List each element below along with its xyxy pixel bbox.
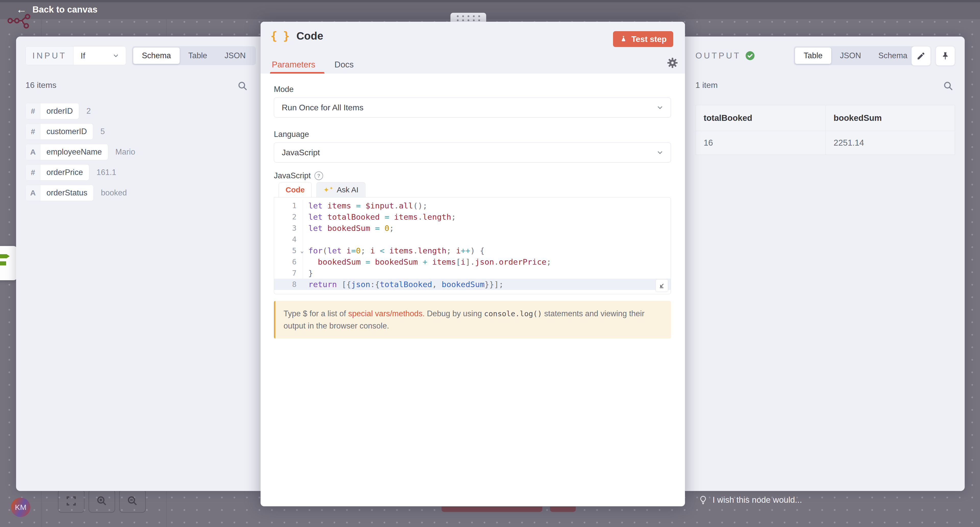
input-view-tab-json[interactable]: JSON [216, 48, 255, 64]
line-number: 1 [274, 200, 303, 211]
language-select[interactable]: JavaScript [274, 142, 671, 163]
field-value: 5 [100, 127, 105, 136]
help-icon[interactable]: ? [314, 171, 323, 180]
code-line-3[interactable]: 3let bookedSum = 0; [274, 222, 671, 234]
zoom-in-button[interactable] [89, 489, 115, 513]
schema-field-employeeName[interactable]: AemployeeNameMario [25, 144, 135, 160]
output-column-bookedSum: bookedSum [826, 105, 955, 131]
node-modal-header: { } Code Test step Parameters Docs [261, 22, 685, 73]
back-to-canvas-label: Back to canvas [32, 4, 97, 14]
schema-field-pill[interactable]: AemployeeName [25, 144, 108, 160]
test-step-button[interactable]: Test step [613, 31, 673, 47]
input-search-button[interactable] [237, 80, 248, 92]
input-source-value: If [81, 51, 85, 61]
output-cell: 16 [696, 131, 826, 155]
user-avatar[interactable]: KM [11, 498, 30, 517]
edit-output-button[interactable] [912, 46, 931, 65]
code-node-icon: { } [270, 29, 289, 42]
zoom-to-fit-icon [65, 495, 77, 507]
node-feedback-label: I wish this node would... [713, 495, 802, 505]
code-text: let bookedSum = 0; [303, 224, 394, 233]
editor-label-row: JavaScript ? [274, 171, 323, 180]
input-source-select[interactable]: If [73, 46, 126, 65]
zoom-to-fit-button[interactable] [58, 489, 84, 513]
field-type-icon: A [26, 144, 40, 160]
inline-code: console.log() [484, 309, 542, 318]
input-panel: INPUT If SchemaTableJSON 16 items #order… [16, 37, 261, 491]
node-feedback-link[interactable]: I wish this node would... [698, 495, 802, 505]
field-name: employeeName [40, 144, 108, 160]
code-line-7[interactable]: 7} [274, 267, 671, 279]
back-to-canvas-button[interactable]: ← Back to canvas [16, 4, 97, 15]
schema-field-customerID[interactable]: #customerID5 [25, 123, 135, 140]
line-number: 4 [274, 234, 303, 245]
schema-field-orderPrice[interactable]: #orderPrice161.1 [25, 164, 135, 180]
tab-parameters[interactable]: Parameters [272, 60, 315, 69]
code-text: return [{json:{totalBooked, bookedSum}}]… [303, 280, 504, 289]
zoom-in-icon [96, 495, 108, 507]
flask-icon [620, 35, 627, 43]
schema-field-pill[interactable]: AorderStatus [25, 185, 94, 201]
mode-select[interactable]: Run Once for All Items [274, 97, 671, 118]
output-view-tab-schema[interactable]: Schema [870, 48, 916, 64]
dimmed-test-workflow-button [442, 506, 542, 512]
schema-field-orderStatus[interactable]: AorderStatusbooked [25, 185, 135, 201]
language-value: JavaScript [282, 148, 320, 157]
pin-output-button[interactable] [935, 46, 955, 65]
language-label: Language [274, 130, 309, 139]
output-panel-title-row: OUTPUT [695, 46, 755, 65]
input-source-control: INPUT If [25, 46, 126, 65]
zoom-out-icon [127, 495, 138, 507]
search-icon [237, 80, 248, 91]
code-editor[interactable]: 1let items = $input.all();2let totalBook… [274, 197, 671, 294]
node-settings-button[interactable] [667, 57, 678, 70]
n8n-logo-icon [7, 13, 33, 29]
drag-dots-icon [457, 15, 480, 21]
mode-value: Run Once for All Items [282, 103, 363, 112]
output-search-button[interactable] [943, 80, 953, 92]
line-number: 5⌄ [274, 245, 303, 256]
code-line-8[interactable]: 8return [{json:{totalBooked, bookedSum}}… [274, 279, 671, 290]
sparkles-icon: ✦✦ [323, 185, 333, 194]
schema-field-orderID[interactable]: #orderID2 [25, 103, 135, 119]
code-text: } [303, 268, 313, 278]
output-table-row[interactable]: 162251.14 [696, 131, 955, 155]
window-top-strip [0, 0, 980, 2]
output-view-tab-table[interactable]: Table [795, 48, 831, 64]
special-vars-link[interactable]: special vars/methods. [348, 309, 425, 318]
back-arrow-icon: ← [16, 4, 27, 15]
field-name: orderStatus [40, 185, 94, 201]
code-line-4[interactable]: 4 [274, 234, 671, 245]
code-text: for(let i=0; i < items.length; i++) { [303, 246, 485, 255]
output-view-tab-json[interactable]: JSON [831, 48, 870, 64]
editor-tab-code[interactable]: Code [279, 182, 312, 197]
output-panel: OUTPUT TableJSONSchema 1 item totalBooke… [685, 37, 965, 491]
node-title-row: { } Code [270, 29, 323, 42]
editor-expand-button[interactable] [655, 279, 668, 292]
input-view-tab-schema[interactable]: Schema [133, 48, 180, 64]
test-step-label: Test step [632, 35, 667, 44]
code-line-6[interactable]: 6 bookedSum = bookedSum + items[i].json.… [274, 256, 671, 267]
if-node-card[interactable] [0, 246, 18, 280]
editor-label: JavaScript [274, 171, 311, 180]
code-line-1[interactable]: 1let items = $input.all(); [274, 200, 671, 211]
schema-field-pill[interactable]: #customerID [25, 123, 93, 140]
editor-tab-ask-ai[interactable]: ✦✦ Ask AI [317, 182, 366, 197]
tab-docs[interactable]: Docs [334, 60, 354, 69]
field-value: 161.1 [97, 168, 116, 177]
field-type-icon: # [26, 164, 40, 180]
output-table: totalBookedbookedSum162251.14 [696, 105, 955, 155]
code-line-2[interactable]: 2let totalBooked = items.length; [274, 211, 671, 222]
fold-chevron-icon[interactable]: ⌄ [301, 248, 304, 254]
input-view-tab-table[interactable]: Table [180, 48, 216, 64]
code-text: bookedSum = bookedSum + items[i].json.or… [303, 257, 551, 267]
input-schema-list: #orderID2#customerID5AemployeeNameMario#… [25, 103, 135, 201]
code-line-5[interactable]: 5⌄for(let i=0; i < items.length; i++) { [274, 245, 671, 256]
schema-field-pill[interactable]: #orderPrice [25, 164, 89, 180]
pin-icon [941, 51, 950, 61]
zoom-out-button[interactable] [119, 489, 146, 513]
schema-field-pill[interactable]: #orderID [25, 103, 79, 119]
mode-label: Mode [274, 85, 294, 94]
top-bar [0, 0, 980, 19]
chevron-down-icon [656, 104, 664, 112]
